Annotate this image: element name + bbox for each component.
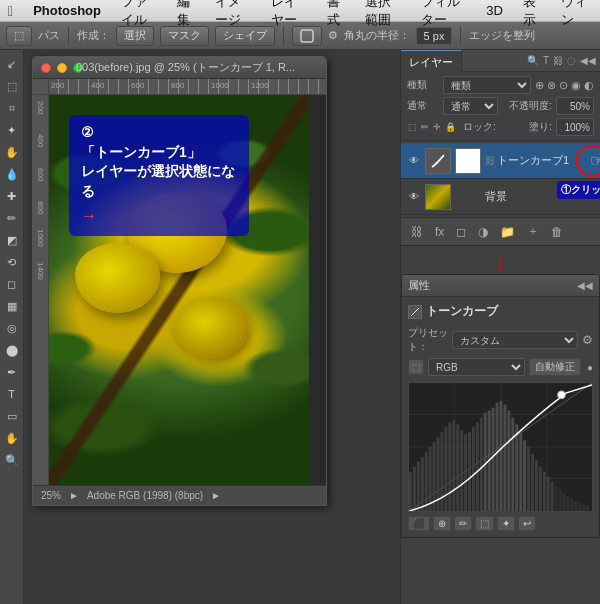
prop-icon-4[interactable]: ⬚ bbox=[475, 516, 494, 531]
opacity-input[interactable] bbox=[556, 97, 594, 115]
main-area: ↙ ⬚ ⌗ ✦ ✋ 💧 ✚ ✏ ◩ ⟲ ◻ ▦ ◎ ⬤ ✒ T ▭ ✋ 🔍 00… bbox=[0, 50, 600, 604]
properties-collapse[interactable]: ◀◀ bbox=[577, 280, 593, 291]
svg-rect-20 bbox=[452, 420, 455, 511]
tool-zoom[interactable]: 🔍 bbox=[2, 450, 22, 470]
tool-crop[interactable]: ✋ bbox=[2, 142, 22, 162]
kind-label: 種類 bbox=[407, 78, 439, 92]
tool-gradient[interactable]: ▦ bbox=[2, 296, 22, 316]
tool-select[interactable]: ⬚ bbox=[2, 76, 22, 96]
svg-rect-53 bbox=[582, 505, 585, 511]
svg-rect-41 bbox=[535, 460, 538, 511]
tool-lasso[interactable]: ⌗ bbox=[2, 98, 22, 118]
svg-point-55 bbox=[558, 391, 566, 399]
close-button[interactable] bbox=[41, 63, 51, 73]
tool-text[interactable]: T bbox=[2, 384, 22, 404]
properties-panel: 属性 ◀◀ トーンカーブ プリセット： カスタム bbox=[401, 274, 600, 538]
panel-icon-circle[interactable]: ◌ bbox=[567, 55, 576, 66]
prop-icon-5[interactable]: ✦ bbox=[497, 516, 515, 531]
layers-controls: 種類 種類 ⊕ ⊗ ⊙ ◉ ◐ 通常 通常 不透明度: ⬚ bbox=[401, 72, 600, 141]
svg-rect-44 bbox=[547, 477, 550, 511]
svg-rect-48 bbox=[562, 493, 565, 511]
group-btn[interactable]: 📁 bbox=[496, 223, 519, 241]
prop-bottom-icons: ⬛ ⊕ ✏ ⬚ ✦ ↩ bbox=[408, 516, 593, 531]
tool-history[interactable]: ⟲ bbox=[2, 252, 22, 272]
status-bar: 25% ► Adobe RGB (1998) (8bpc) ► bbox=[33, 485, 326, 505]
tool-shape[interactable]: ▭ bbox=[2, 406, 22, 426]
menu-window[interactable]: ウィン bbox=[557, 0, 592, 31]
mask-btn[interactable]: マスク bbox=[160, 26, 209, 46]
tool-dodge[interactable]: ⬤ bbox=[2, 340, 22, 360]
tool-clone[interactable]: ◩ bbox=[2, 230, 22, 250]
collapse-icon[interactable]: ◀◀ bbox=[580, 55, 596, 66]
menu-select[interactable]: 選択範囲 bbox=[361, 0, 405, 31]
toolbar-gear-icon: ⚙ bbox=[328, 29, 338, 42]
mask-btn-bottom[interactable]: ◻ bbox=[452, 223, 470, 241]
menu-3d[interactable]: 3D bbox=[482, 1, 507, 20]
menu-text[interactable]: 書式 bbox=[323, 0, 349, 31]
lock-label: ロック: bbox=[463, 120, 496, 134]
kind-select[interactable]: 種類 bbox=[443, 76, 531, 94]
lock-position[interactable]: ✛ bbox=[432, 121, 442, 133]
panel-icon-search[interactable]: 🔍 bbox=[527, 55, 539, 66]
app-name[interactable]: Photoshop bbox=[29, 1, 105, 20]
auto-btn[interactable]: 自動修正 bbox=[529, 358, 581, 376]
delete-layer-btn[interactable]: 🗑 bbox=[547, 223, 567, 241]
select-btn[interactable]: 選択 bbox=[116, 26, 154, 46]
tool-hand[interactable]: ✋ bbox=[2, 428, 22, 448]
tool-heal[interactable]: ✚ bbox=[2, 186, 22, 206]
apple-menu[interactable]:  bbox=[8, 3, 13, 19]
layers-panel: レイヤー 🔍 T ⛓ ◌ ◀◀ 種類 種類 ⊕ ⊗ ⊙ ◉ ◐ bbox=[401, 50, 600, 246]
left-tools: ↙ ⬚ ⌗ ✦ ✋ 💧 ✚ ✏ ◩ ⟲ ◻ ▦ ◎ ⬤ ✒ T ▭ ✋ 🔍 bbox=[0, 50, 24, 604]
fill-input[interactable] bbox=[556, 118, 594, 136]
square-btn[interactable] bbox=[292, 26, 322, 46]
preset-select[interactable]: カスタム bbox=[452, 331, 578, 349]
tool-blur[interactable]: ◎ bbox=[2, 318, 22, 338]
tool-eraser[interactable]: ◻ bbox=[2, 274, 22, 294]
panel-icon-T[interactable]: T bbox=[543, 55, 549, 66]
lock-all[interactable]: 🔒 bbox=[444, 121, 457, 133]
ruler-h-1: 400 bbox=[89, 81, 129, 90]
document-window: 003(before).jpg @ 25% (トーンカーブ 1, R... 20… bbox=[32, 56, 327, 506]
tool-brush[interactable]: ✏ bbox=[2, 208, 22, 228]
shape-btn[interactable]: シェイプ bbox=[215, 26, 275, 46]
menu-filter[interactable]: フィルター bbox=[417, 0, 470, 31]
curve-area[interactable] bbox=[408, 382, 593, 512]
ruler-h-labels: 200 400 600 800 1000 1200 bbox=[49, 81, 289, 90]
link-layers-btn[interactable]: ⛓ bbox=[407, 223, 427, 241]
filter-icons: ⊕ ⊗ ⊙ ◉ ◐ bbox=[535, 79, 594, 92]
create-label: 作成： bbox=[77, 28, 110, 43]
blend-mode-select[interactable]: 通常 bbox=[443, 97, 498, 115]
prop-icon-3[interactable]: ✏ bbox=[454, 516, 472, 531]
doc-content: 200 400 600 800 1000 1200 200 400 600 bbox=[33, 79, 326, 505]
tool-pen[interactable]: ✒ bbox=[2, 362, 22, 382]
doc-titlebar: 003(before).jpg @ 25% (トーンカーブ 1, R... bbox=[33, 57, 326, 79]
layer-item-tone-curve[interactable]: 👁 ⛓ トーンカーブ1 ☞ ①クリック bbox=[401, 143, 600, 179]
menu-view[interactable]: 表示 bbox=[519, 0, 545, 31]
layer-chain-tone-curve: ⛓ bbox=[485, 155, 493, 166]
edge-label: エッジを整列 bbox=[469, 28, 535, 43]
prop-icon-1[interactable]: ⬛ bbox=[408, 516, 430, 531]
adjustment-btn[interactable]: ◑ bbox=[474, 223, 492, 241]
channel-select[interactable]: RGB bbox=[428, 358, 525, 376]
lock-image[interactable]: ✏ bbox=[420, 121, 430, 133]
auto-settings-icon[interactable]: ● bbox=[587, 362, 593, 373]
prop-icon-6[interactable]: ↩ bbox=[518, 516, 536, 531]
layer-eye-background[interactable]: 👁 bbox=[407, 190, 421, 204]
tool-move[interactable]: ↙ bbox=[2, 54, 22, 74]
corner-value-input[interactable] bbox=[416, 27, 452, 45]
layer-eye-tone-curve[interactable]: 👁 bbox=[407, 154, 421, 168]
tool-eyedrop[interactable]: 💧 bbox=[2, 164, 22, 184]
new-layer-btn[interactable]: ＋ bbox=[523, 221, 543, 242]
svg-rect-0 bbox=[301, 30, 313, 42]
svg-rect-32 bbox=[500, 401, 503, 511]
fx-btn[interactable]: fx bbox=[431, 223, 448, 241]
channel-icon-btn[interactable]: ⬚ bbox=[408, 359, 424, 375]
arrow-area: ↓ bbox=[401, 246, 600, 276]
toolbar-mode-icon: ⬚ bbox=[14, 29, 24, 42]
toolbar-mode-btn[interactable]: ⬚ bbox=[6, 26, 32, 46]
panel-icon-chain[interactable]: ⛓ bbox=[553, 55, 563, 66]
tab-layers[interactable]: レイヤー bbox=[401, 50, 462, 72]
prop-icon-2[interactable]: ⊕ bbox=[433, 516, 451, 531]
tool-wand[interactable]: ✦ bbox=[2, 120, 22, 140]
lock-transparent[interactable]: ⬚ bbox=[407, 121, 418, 133]
